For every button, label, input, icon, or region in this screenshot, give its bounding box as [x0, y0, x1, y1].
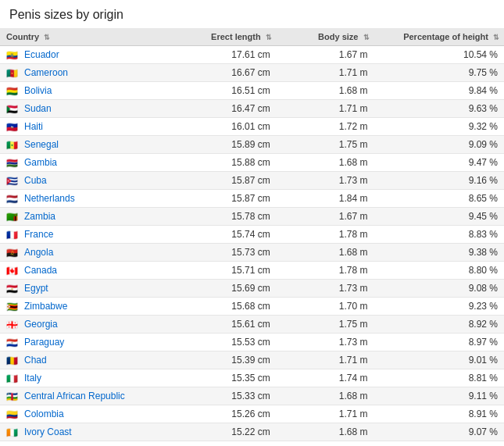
country-link[interactable]: Netherlands: [24, 193, 75, 204]
country-link[interactable]: Italy: [24, 373, 41, 384]
country-cell: 🇨🇮Ivory Coast: [0, 423, 163, 441]
data-table: Country ⇅ Erect length ⇅ Body size ⇅ Per…: [0, 28, 504, 446]
erect-length-cell: 15.53 cm: [163, 334, 277, 351]
flag-icon: 🇨🇲: [6, 68, 20, 77]
country-link[interactable]: Bolivia: [24, 85, 52, 96]
body-size-cell: 1.74 m: [277, 369, 374, 387]
country-link[interactable]: Ecuador: [24, 49, 59, 60]
country-cell: 🇬🇪Georgia: [0, 316, 163, 334]
country-link[interactable]: Central African Republic: [24, 391, 125, 401]
country-link[interactable]: Senegal: [24, 139, 59, 150]
percentage-cell: 9.84 %: [374, 82, 504, 100]
country-cell: 🇭🇹Haiti: [0, 118, 163, 136]
percentage-cell: 9.63 %: [374, 100, 504, 118]
percentage-cell: 9.08 %: [374, 280, 504, 298]
erect-length-cell: 15.89 cm: [163, 136, 277, 154]
table-row: 🇨🇴Colombia15.26 cm1.71 m8.91 %: [0, 405, 504, 423]
body-size-cell: 1.71 m: [277, 405, 374, 423]
country-link[interactable]: Gambia: [24, 157, 57, 168]
country-cell: 🇨🇴Colombia: [0, 405, 163, 423]
percentage-cell: 9.38 %: [374, 244, 504, 262]
percentage-cell: 8.81 %: [374, 369, 504, 387]
country-cell: 🇧🇷Brazil: [0, 441, 163, 447]
table-row: 🇨🇦Canada15.71 cm1.78 m8.80 %: [0, 262, 504, 280]
table-row: 🇨🇺Cuba15.87 cm1.73 m9.16 %: [0, 172, 504, 190]
erect-length-cell: 16.51 cm: [163, 82, 277, 100]
flag-icon: 🇸🇳: [6, 140, 20, 149]
col-header-erect[interactable]: Erect length ⇅: [163, 28, 277, 46]
table-row: 🇨🇮Ivory Coast15.22 cm1.68 m9.07 %: [0, 423, 504, 441]
country-link[interactable]: Ivory Coast: [24, 426, 72, 437]
flag-icon: 🇬🇲: [6, 158, 20, 167]
country-link[interactable]: Cuba: [24, 175, 47, 186]
country-link[interactable]: France: [24, 229, 53, 240]
country-link[interactable]: Colombia: [24, 409, 64, 419]
erect-length-cell: 15.68 cm: [163, 298, 277, 316]
flag-icon: 🇦🇴: [6, 248, 20, 257]
flag-icon: 🇨🇦: [6, 266, 20, 275]
table-row: 🇬🇪Georgia15.61 cm1.75 m8.92 %: [0, 316, 504, 334]
country-cell: 🇦🇴Angola: [0, 244, 163, 262]
erect-length-cell: 15.22 cm: [163, 441, 277, 447]
country-link[interactable]: Canada: [24, 265, 57, 276]
body-size-cell: 1.68 m: [277, 423, 374, 441]
flag-icon: 🇿🇲: [6, 212, 20, 221]
erect-length-cell: 16.01 cm: [163, 118, 277, 136]
table-row: 🇫🇷France15.74 cm1.78 m8.83 %: [0, 226, 504, 244]
erect-length-cell: 16.67 cm: [163, 64, 277, 82]
body-size-cell: 1.68 m: [277, 387, 374, 405]
country-link[interactable]: Cameroon: [24, 67, 68, 78]
country-cell: 🇵🇾Paraguay: [0, 334, 163, 351]
table-row: 🇳🇱Netherlands15.87 cm1.84 m8.65 %: [0, 190, 504, 208]
erect-length-cell: 15.69 cm: [163, 280, 277, 298]
country-link[interactable]: Sudan: [24, 103, 52, 114]
erect-length-cell: 15.87 cm: [163, 190, 277, 208]
table-row: 🇸🇳Senegal15.89 cm1.75 m9.09 %: [0, 136, 504, 154]
country-link[interactable]: Paraguay: [24, 337, 64, 348]
flag-icon: 🇵🇾: [6, 337, 20, 347]
table-body: 🇪🇨Ecuador17.61 cm1.67 m10.54 %🇨🇲Cameroon…: [0, 46, 504, 447]
table-row: 🇵🇾Paraguay15.53 cm1.73 m8.97 %: [0, 334, 504, 351]
table-row: 🇮🇹Italy15.35 cm1.74 m8.81 %: [0, 369, 504, 387]
country-link[interactable]: Zambia: [24, 211, 55, 222]
percentage-cell: 9.75 %: [374, 64, 504, 82]
percentage-cell: 8.91 %: [374, 405, 504, 423]
country-link[interactable]: Egypt: [24, 283, 48, 294]
country-cell: 🇨🇲Cameroon: [0, 64, 163, 82]
body-size-cell: 1.73 m: [277, 334, 374, 351]
flag-icon: 🇨🇺: [6, 176, 20, 185]
table-row: 🇬🇲Gambia15.88 cm1.68 m9.47 %: [0, 154, 504, 172]
table-row: 🇿🇼Zimbabwe15.68 cm1.70 m9.23 %: [0, 298, 504, 316]
table-row: 🇸🇩Sudan16.47 cm1.71 m9.63 %: [0, 100, 504, 118]
body-size-cell: 1.84 m: [277, 190, 374, 208]
country-link[interactable]: Chad: [24, 355, 47, 366]
flag-icon: 🇮🇹: [6, 373, 20, 383]
country-cell: 🇨🇺Cuba: [0, 172, 163, 190]
body-size-cell: 1.70 m: [277, 298, 374, 316]
percentage-cell: 9.11 %: [374, 387, 504, 405]
flag-icon: 🇭🇹: [6, 122, 20, 131]
erect-length-cell: 15.73 cm: [163, 244, 277, 262]
country-cell: 🇧🇴Bolivia: [0, 82, 163, 100]
table-row: 🇪🇨Ecuador17.61 cm1.67 m10.54 %: [0, 46, 504, 64]
country-cell: 🇪🇨Ecuador: [0, 46, 163, 64]
body-size-cell: 1.71 m: [277, 351, 374, 369]
body-size-cell: 1.68 m: [277, 154, 374, 172]
country-link[interactable]: Angola: [24, 247, 53, 258]
col-header-pct[interactable]: Percentage of height ⇅: [374, 28, 504, 46]
country-cell: 🇿🇼Zimbabwe: [0, 298, 163, 316]
country-cell: 🇨🇫Central African Republic: [0, 387, 163, 405]
percentage-cell: 8.80 %: [374, 262, 504, 280]
body-size-cell: 1.78 m: [277, 262, 374, 280]
col-header-country[interactable]: Country ⇅: [0, 28, 163, 46]
country-link[interactable]: Haiti: [24, 121, 43, 132]
body-size-cell: 1.68 m: [277, 244, 374, 262]
erect-length-cell: 15.71 cm: [163, 262, 277, 280]
country-link[interactable]: Georgia: [24, 319, 58, 330]
body-size-cell: 1.73 m: [277, 172, 374, 190]
percentage-cell: 8.97 %: [374, 334, 504, 351]
country-link[interactable]: Zimbabwe: [24, 301, 67, 312]
percentage-cell: 10.54 %: [374, 46, 504, 64]
col-header-body[interactable]: Body size ⇅: [277, 28, 374, 46]
country-cell: 🇸🇩Sudan: [0, 100, 163, 118]
